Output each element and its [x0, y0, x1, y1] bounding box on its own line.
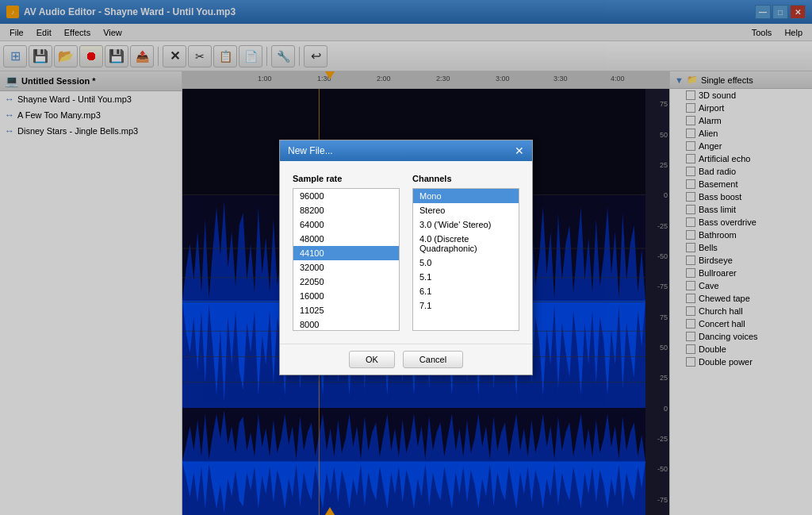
ch-71[interactable]: 7.1 — [413, 298, 519, 313]
sr-64000[interactable]: 64000 — [293, 217, 399, 232]
sample-rate-label: Sample rate — [293, 174, 400, 183]
ch-5[interactable]: 5.0 — [413, 256, 519, 270]
sr-16000[interactable]: 16000 — [293, 289, 399, 303]
ok-button[interactable]: OK — [349, 351, 395, 368]
sr-8000[interactable]: 8000 — [293, 317, 399, 331]
modal-overlay: New File... ✕ Sample rate 96000 88200 64… — [0, 0, 812, 515]
dialog-footer: OK Cancel — [280, 344, 532, 375]
dialog-close-button[interactable]: ✕ — [515, 144, 524, 157]
ch-61[interactable]: 6.1 — [413, 284, 519, 298]
sample-rate-list[interactable]: 96000 88200 64000 48000 44100 32000 2205… — [293, 188, 400, 331]
sr-96000[interactable]: 96000 — [293, 189, 399, 203]
sr-22050[interactable]: 22050 — [293, 275, 399, 289]
ch-3-wide[interactable]: 3.0 ('Wide' Stereo) — [413, 217, 519, 232]
channels-list[interactable]: Mono Stereo 3.0 ('Wide' Stereo) 4.0 (Dis… — [412, 188, 519, 331]
dialog-title-bar: New File... ✕ — [280, 140, 532, 161]
sr-44100[interactable]: 44100 — [293, 246, 399, 260]
ch-51[interactable]: 5.1 — [413, 270, 519, 284]
sr-32000[interactable]: 32000 — [293, 260, 399, 275]
ch-mono[interactable]: Mono — [413, 189, 519, 203]
sr-88200[interactable]: 88200 — [293, 203, 399, 217]
sr-11025[interactable]: 11025 — [293, 303, 399, 317]
new-file-dialog: New File... ✕ Sample rate 96000 88200 64… — [279, 140, 533, 375]
channels-label: Channels — [412, 174, 519, 183]
sr-48000[interactable]: 48000 — [293, 232, 399, 246]
cancel-button[interactable]: Cancel — [403, 351, 463, 368]
dialog-title: New File... — [288, 145, 333, 156]
sample-rate-section: Sample rate 96000 88200 64000 48000 4410… — [293, 174, 400, 331]
channels-section: Channels Mono Stereo 3.0 ('Wide' Stereo)… — [412, 174, 519, 331]
dialog-body: Sample rate 96000 88200 64000 48000 4410… — [280, 161, 532, 344]
ch-stereo[interactable]: Stereo — [413, 203, 519, 217]
ch-4-quad[interactable]: 4.0 (Discrete Quadraphonic) — [413, 232, 519, 256]
